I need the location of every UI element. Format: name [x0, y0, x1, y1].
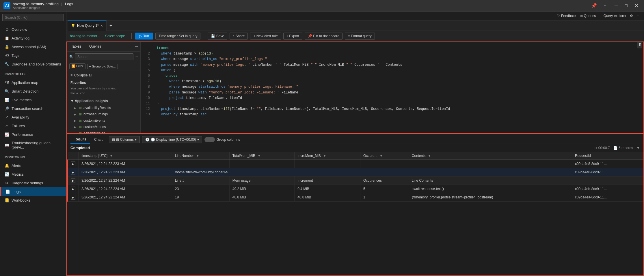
- expand-collapse-button[interactable]: ⬆: [637, 42, 642, 48]
- table-arrow: ▶: [74, 132, 76, 134]
- row-expand-button[interactable]: ▶: [71, 170, 75, 174]
- sidebar-item-access-control[interactable]: 🔒 Access control (IAM): [0, 42, 66, 51]
- sidebar-item-metrics[interactable]: 📉 Metrics: [0, 170, 66, 179]
- group-columns-toggle[interactable]: [204, 137, 215, 142]
- sidebar-item-troubleshooting[interactable]: 📖 Troubleshooting guides (previ...: [0, 139, 66, 151]
- maximize-button[interactable]: □: [622, 2, 630, 10]
- schema-filter-button[interactable]: 🔽 Filter: [69, 63, 85, 69]
- sidebar-item-performance[interactable]: 📈 Performance: [0, 130, 66, 139]
- sidebar-item-diagnose[interactable]: 🔧 Diagnose and solve problems: [0, 60, 66, 68]
- collapse-all-button[interactable]: ≡ Collapse all: [67, 72, 140, 79]
- queries-label: Queries: [584, 14, 596, 18]
- pin-dashboard-button[interactable]: 📌 Pin to dashboard: [305, 33, 343, 40]
- col-occurrences[interactable]: Occure... ▼: [360, 152, 409, 160]
- row-expand-button[interactable]: ▶: [71, 178, 75, 183]
- increMem-filter-icon[interactable]: ▼: [323, 154, 326, 158]
- results-table-container[interactable]: timestamp [UTC] ▼ LineNumber ▼ TotalMem_…: [67, 152, 643, 275]
- timestamp-filter-icon[interactable]: ▼: [109, 154, 113, 158]
- run-button[interactable]: ▷ Run: [135, 33, 153, 40]
- table-customMetrics[interactable]: ▶ ⊞ customMetrics: [67, 124, 140, 130]
- sidebar-item-logs[interactable]: 📄 Logs: [0, 187, 66, 196]
- time-range-button[interactable]: Time range : Set in query: [155, 33, 200, 40]
- workbooks-label: Workbooks: [12, 198, 30, 202]
- query-tab-1[interactable]: 💡 New Query 1* ×: [68, 20, 107, 31]
- table-customEvents[interactable]: ▶ ⊞ customEvents: [67, 117, 140, 124]
- expand-all-button[interactable]: ▼: [636, 146, 640, 150]
- col-totalMem[interactable]: TotalMem_MiB ▼: [229, 152, 294, 160]
- schema-tab-tables[interactable]: Tables: [67, 42, 85, 51]
- row-expand-button[interactable]: ▶: [71, 162, 75, 166]
- sidebar-item-live-metrics[interactable]: 📊 Live metrics: [0, 95, 66, 104]
- select-scope-button[interactable]: Select scope: [102, 33, 128, 39]
- lineNumber-filter-icon[interactable]: ▼: [196, 154, 199, 158]
- sidebar-item-diagnostic-settings[interactable]: ⚙ Diagnostic settings: [0, 179, 66, 187]
- settings-button[interactable]: ⚙: [630, 14, 633, 18]
- add-tab-button[interactable]: +: [107, 21, 115, 30]
- sidebar-item-activity-log[interactable]: 📋 Activity log: [0, 34, 66, 42]
- sidebar-item-alerts[interactable]: 🔔 Alerts: [0, 161, 66, 170]
- table-availabilityResults[interactable]: ▶ ⊞ availabilityResults: [67, 105, 140, 111]
- occurrences-filter-icon[interactable]: ▼: [379, 154, 383, 158]
- pin-button[interactable]: 📌: [589, 2, 599, 10]
- transaction-search-icon: 🔎: [5, 106, 9, 111]
- sidebar-item-application-map[interactable]: 🗺 Application map: [0, 78, 66, 87]
- contents-filter-icon[interactable]: ▼: [428, 154, 431, 158]
- table-browserTimings[interactable]: ▶ ⊞ browserTimings: [67, 111, 140, 117]
- record-count: 📄 5 records: [613, 146, 633, 150]
- sidebar-search-input[interactable]: [2, 14, 64, 21]
- failures-label: Failures: [12, 124, 25, 128]
- code-content[interactable]: traces | where timestamp > ago(1d) | whe…: [155, 42, 643, 121]
- query-explorer-button[interactable]: ⊡ Query explorer: [600, 14, 626, 18]
- format-query-button[interactable]: ≡ Format query: [345, 33, 375, 40]
- results-tab-chart[interactable]: Chart: [90, 136, 107, 143]
- schema-tab-more[interactable]: ···: [133, 42, 140, 51]
- col-increMem[interactable]: IncreMem_MiB ▼: [295, 152, 360, 160]
- schema-more-icon[interactable]: ⋯: [135, 55, 138, 59]
- table-icon: ⊞: [79, 125, 82, 129]
- feedback-button[interactable]: ♡ Feedback: [557, 14, 576, 18]
- more-button[interactable]: ···: [602, 2, 610, 10]
- tab-close-icon[interactable]: ×: [100, 23, 103, 28]
- col-lineNumber[interactable]: LineNumber ▼: [172, 152, 229, 160]
- new-alert-button[interactable]: + New alert rule: [250, 33, 281, 40]
- totalMem-filter-icon[interactable]: ▼: [257, 154, 261, 158]
- table-arrow: ▶: [74, 119, 76, 122]
- columns-button[interactable]: ⊞ ⊞ Columns ▾: [109, 136, 140, 143]
- query-editor[interactable]: 12345678910111213 traces | where timesta…: [141, 42, 643, 133]
- diagnostic-settings-label: Diagnostic settings: [12, 181, 43, 185]
- sidebar-item-failures[interactable]: ⚠ Failures: [0, 121, 66, 130]
- sidebar-item-workbooks[interactable]: 📒 Workbooks: [0, 196, 66, 204]
- col-timestamp[interactable]: timestamp [UTC] ▼: [79, 152, 172, 160]
- row-expand-button[interactable]: ▶: [71, 187, 75, 191]
- sidebar-item-tags[interactable]: 🏷 Tags: [0, 51, 66, 60]
- row-expand-button[interactable]: ▶: [71, 195, 75, 200]
- schema-group-by-button[interactable]: ≡ Group by: Solu...: [87, 64, 118, 69]
- col-lineNumber-label: LineNumber: [175, 154, 194, 158]
- app-insights-section-header[interactable]: ▼ Application Insights: [67, 97, 140, 105]
- resource-label[interactable]: hazeng-fa-memor...: [70, 34, 100, 38]
- logs-icon: 📄: [5, 189, 10, 194]
- table-dependencies[interactable]: ▶ ⊞ dependencies: [67, 130, 140, 133]
- sidebar-item-smart-detection[interactable]: 🔍 Smart Detection: [0, 87, 66, 95]
- save-button[interactable]: 💾 Save: [208, 33, 227, 40]
- columns-chevron: ▾: [135, 138, 137, 142]
- smart-detection-icon: 🔍: [5, 89, 9, 93]
- results-header-row: timestamp [UTC] ▼ LineNumber ▼ TotalMem_…: [68, 152, 643, 160]
- display-time-button[interactable]: 🕐 🕐 Display time (UTC+00:00) ▾: [142, 136, 202, 143]
- schema-search-input[interactable]: [75, 53, 133, 60]
- sidebar-item-availability[interactable]: ✓ Availability: [0, 113, 66, 121]
- sidebar-item-overview[interactable]: ⊙ Overview: [0, 25, 66, 34]
- close-button[interactable]: ✕: [632, 2, 641, 10]
- col-requestId[interactable]: RequestId: [572, 152, 643, 160]
- col-contents[interactable]: Contents ▼: [409, 152, 572, 160]
- feedback-icon: ♡: [557, 14, 560, 18]
- schema-tab-queries[interactable]: Queries: [85, 42, 105, 51]
- row-increMem: 0.4 MiB: [295, 185, 360, 193]
- results-tab-results[interactable]: Results: [70, 136, 90, 144]
- share-button[interactable]: ↑ Share: [230, 33, 248, 40]
- layout-button[interactable]: ⊟: [636, 14, 639, 18]
- minimize-button[interactable]: ─: [612, 2, 620, 10]
- queries-button[interactable]: ⊞ Queries: [580, 14, 596, 18]
- sidebar-item-transaction-search[interactable]: 🔎 Transaction search: [0, 104, 66, 113]
- export-button[interactable]: ↓ Export: [283, 33, 302, 40]
